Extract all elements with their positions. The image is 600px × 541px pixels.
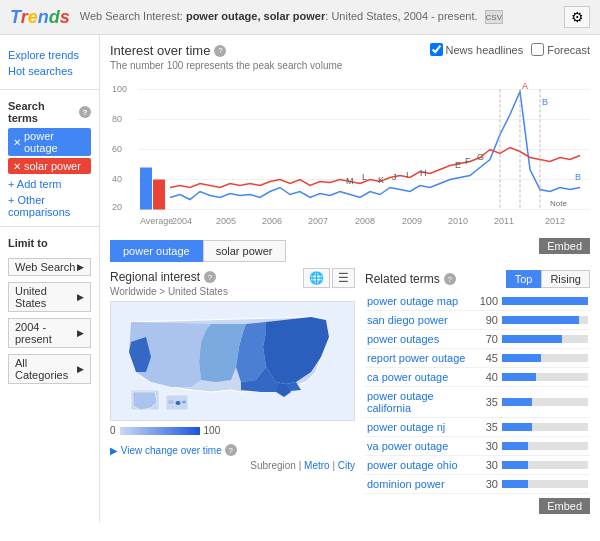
chart-label-l: L: [362, 172, 367, 182]
term-power-outage[interactable]: ✕ power outage: [8, 128, 91, 156]
x-label-2005: 2005: [216, 216, 236, 226]
related-term-score-9: 30: [472, 475, 500, 494]
forecast-checkbox[interactable]: [531, 43, 544, 56]
categories-arrow: ▶: [77, 364, 84, 374]
term-power-outage-remove[interactable]: ✕: [13, 137, 21, 148]
regional-header: 🌐 ☰ Regional interest ? Worldwide > Unit…: [110, 270, 355, 301]
limit-united-states: United States ▶: [0, 279, 99, 315]
add-term-button[interactable]: + Add term: [0, 176, 99, 192]
chart-controls: News headlines Forecast: [430, 43, 590, 56]
explore-trends-link[interactable]: Explore trends: [8, 47, 91, 63]
view-change-info-icon[interactable]: ?: [225, 444, 237, 456]
related-term-link-6[interactable]: power outage nj: [367, 421, 445, 433]
related-info-icon[interactable]: ?: [444, 273, 456, 285]
chart-label-i: I: [406, 170, 409, 180]
tab-power-outage[interactable]: power outage: [110, 240, 203, 262]
app-logo: Trends: [10, 7, 70, 28]
bar-track-5: [502, 398, 588, 406]
term-solar-power-remove[interactable]: ✕: [13, 161, 21, 172]
logo-letter-t: T: [10, 7, 21, 27]
search-terms-info-icon[interactable]: ?: [79, 106, 91, 118]
date-range-arrow: ▶: [77, 328, 84, 338]
embed-button-bottom[interactable]: Embed: [539, 498, 590, 514]
bar-track-6: [502, 423, 588, 431]
related-term-link-7[interactable]: va power outage: [367, 440, 448, 452]
related-term-link-cell: power outage map: [365, 292, 472, 311]
limit-date-range: 2004 - present ▶: [0, 315, 99, 351]
news-headlines-checkbox[interactable]: [430, 43, 443, 56]
sidebar-explore: Explore trends Hot searches: [0, 43, 99, 83]
country-button[interactable]: United States ▶: [8, 282, 91, 312]
tab-bar: power outage solar power: [110, 240, 539, 262]
city-link[interactable]: City: [338, 460, 355, 471]
categories-button[interactable]: All Categories ▶: [8, 354, 91, 384]
related-term-link-4[interactable]: ca power outage: [367, 371, 448, 383]
related-term-score-0: 100: [472, 292, 500, 311]
news-headlines-checkbox-label[interactable]: News headlines: [430, 43, 524, 56]
bar-track-4: [502, 373, 588, 381]
list-view-button[interactable]: ☰: [332, 268, 355, 288]
chart-label-f: F: [465, 156, 471, 166]
tab-solar-power[interactable]: solar power: [203, 240, 286, 262]
related-term-bar-cell-0: [500, 292, 590, 311]
metro-link[interactable]: Metro: [304, 460, 330, 471]
chart-note-label: Note: [550, 199, 567, 208]
term-solar-power[interactable]: ✕ solar power: [8, 158, 91, 174]
legend-max: 100: [204, 425, 221, 436]
hot-searches-link[interactable]: Hot searches: [8, 63, 91, 79]
chart-label-m: M: [346, 176, 354, 186]
chart-label-b1: B: [542, 97, 548, 107]
other-comparisons-link[interactable]: + Other comparisons: [0, 192, 99, 220]
forecast-checkbox-label[interactable]: Forecast: [531, 43, 590, 56]
date-range-button[interactable]: 2004 - present ▶: [8, 318, 91, 348]
interest-info-icon[interactable]: ?: [214, 45, 226, 57]
avg-bar-red: [153, 180, 165, 210]
embed-button-top[interactable]: Embed: [539, 238, 590, 254]
y-label-60: 60: [112, 144, 122, 154]
subtitle-prefix: Web Search Interest:: [80, 10, 186, 22]
web-search-button[interactable]: Web Search ▶: [8, 258, 91, 276]
gear-button[interactable]: ⚙: [564, 6, 590, 28]
x-label-2010: 2010: [448, 216, 468, 226]
related-term-link-5[interactable]: power outage california: [367, 390, 434, 414]
subtitle-suffix: : United States, 2004 - present.: [325, 10, 477, 22]
term-solar-power-label: solar power: [24, 160, 81, 172]
related-title: Related terms: [365, 272, 440, 286]
related-term-link-0[interactable]: power outage map: [367, 295, 458, 307]
related-term-bar-cell-2: [500, 330, 590, 349]
sidebar: Explore trends Hot searches Search terms…: [0, 35, 100, 522]
hawaii-2: [176, 401, 181, 405]
related-term-link-3[interactable]: report power outage: [367, 352, 465, 364]
related-term-score-3: 45: [472, 349, 500, 368]
related-term-link-8[interactable]: power outage ohio: [367, 459, 458, 471]
chart-label-k: K: [378, 175, 384, 185]
related-buttons: Top Rising: [506, 270, 590, 288]
interest-title-text: Interest over time: [110, 43, 210, 58]
top-button[interactable]: Top: [506, 270, 542, 288]
related-term-link-9[interactable]: dominion power: [367, 478, 445, 490]
chart-label-g: G: [477, 152, 484, 162]
regional-info-icon[interactable]: ?: [204, 271, 216, 283]
limit-web-search: Web Search ▶: [0, 255, 99, 279]
related-term-link-cell: dominion power: [365, 475, 472, 494]
rising-button[interactable]: Rising: [541, 270, 590, 288]
main-layout: Explore trends Hot searches Search terms…: [0, 35, 600, 522]
related-term-link-cell: power outages: [365, 330, 472, 349]
limit-to-heading: Limit to: [0, 233, 99, 251]
csv-icon[interactable]: CSV: [485, 10, 503, 24]
map-container: [110, 301, 355, 421]
x-label-2007: 2007: [308, 216, 328, 226]
related-term-link-1[interactable]: san diego power: [367, 314, 448, 326]
map-view-button[interactable]: 🌐: [303, 268, 330, 288]
related-term-bar-cell-7: [500, 437, 590, 456]
interest-title: Interest over time ?: [110, 43, 430, 58]
view-change-link[interactable]: ▶ View change over time ?: [110, 444, 355, 456]
related-term-bar-cell-6: [500, 418, 590, 437]
related-term-link-cell: va power outage: [365, 437, 472, 456]
header: Trends Web Search Interest: power outage…: [0, 0, 600, 35]
logo-letter-e: e: [28, 7, 38, 27]
country-arrow: ▶: [77, 292, 84, 302]
related-term-link-2[interactable]: power outages: [367, 333, 439, 345]
header-subtitle: Web Search Interest: power outage, solar…: [80, 10, 554, 24]
related-header: Related terms ? Top Rising: [365, 270, 590, 288]
